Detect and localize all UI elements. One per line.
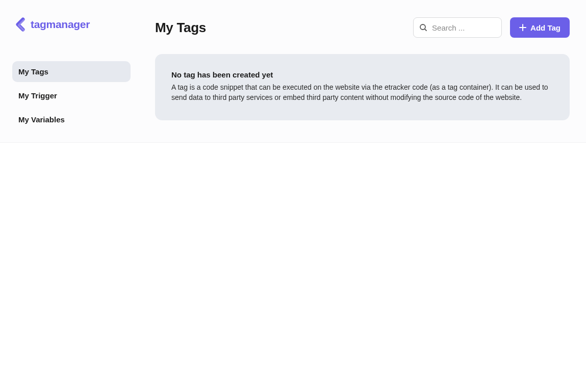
logo-text: tagmanager bbox=[31, 18, 90, 31]
logo-icon bbox=[14, 17, 28, 32]
plus-icon bbox=[519, 24, 526, 31]
header-row: My Tags Add Tag bbox=[155, 17, 570, 38]
add-tag-button[interactable]: Add Tag bbox=[510, 17, 570, 38]
sidebar-item-label: My Trigger bbox=[18, 91, 57, 100]
add-button-label: Add Tag bbox=[530, 23, 560, 32]
search-wrapper bbox=[413, 17, 502, 38]
nav-list: My Tags My Trigger My Variables bbox=[12, 61, 131, 130]
sidebar-item-my-variables[interactable]: My Variables bbox=[12, 109, 131, 130]
sidebar: tagmanager My Tags My Trigger My Variabl… bbox=[0, 0, 143, 142]
empty-state-title: No tag has been created yet bbox=[171, 70, 553, 79]
main-area: My Tags Add Tag bbox=[143, 0, 586, 142]
app-container: tagmanager My Tags My Trigger My Variabl… bbox=[0, 0, 586, 143]
sidebar-item-my-tags[interactable]: My Tags bbox=[12, 61, 131, 82]
sidebar-item-my-trigger[interactable]: My Trigger bbox=[12, 85, 131, 106]
logo[interactable]: tagmanager bbox=[12, 17, 131, 32]
empty-state-description: A tag is a code snippet that can be exec… bbox=[171, 82, 549, 103]
sidebar-item-label: My Tags bbox=[18, 67, 48, 76]
header-actions: Add Tag bbox=[413, 17, 570, 38]
sidebar-item-label: My Variables bbox=[18, 115, 65, 124]
empty-state: No tag has been created yet A tag is a c… bbox=[155, 54, 570, 120]
page-title: My Tags bbox=[155, 20, 206, 36]
search-input[interactable] bbox=[413, 17, 502, 38]
